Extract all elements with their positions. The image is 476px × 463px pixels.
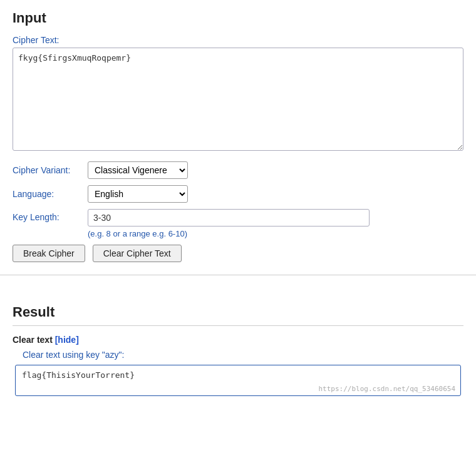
input-title: Input (13, 10, 463, 26)
input-section: Input Cipher Text: Cipher Variant: Class… (0, 0, 476, 275)
cipher-variant-row: Cipher Variant: Classical Vigenere Beauf… (13, 161, 463, 179)
cipher-text-input[interactable] (13, 48, 463, 151)
key-length-input[interactable] (88, 209, 370, 226)
result-title: Result (13, 304, 463, 320)
key-length-label: Key Length: (13, 209, 88, 222)
clear-text-label: Clear text (13, 335, 53, 345)
break-cipher-button[interactable]: Break Cipher (13, 245, 85, 262)
result-section: Result Clear text [hide] Clear text usin… (0, 294, 476, 409)
clear-cipher-button[interactable]: Clear Cipher Text (93, 245, 182, 262)
result-text-box: flag{ThisisYourTorrent} https://blog.csd… (15, 365, 461, 396)
cipher-variant-label: Cipher Variant: (13, 165, 88, 175)
clear-text-key-info: Clear text using key "azy": (23, 350, 463, 360)
hide-link[interactable]: [hide] (55, 335, 79, 345)
language-label: Language: (13, 189, 88, 199)
key-length-hint: (e.g. 8 or a range e.g. 6-10) (88, 229, 370, 238)
clear-text-header: Clear text [hide] (13, 335, 463, 345)
cipher-variant-select[interactable]: Classical Vigenere Beaufort Variant Beau… (88, 161, 188, 179)
language-row: Language: English German French Spanish (13, 185, 463, 203)
key-length-row: Key Length: (e.g. 8 or a range e.g. 6-10… (13, 209, 463, 238)
result-text-value: flag{ThisisYourTorrent} (22, 370, 135, 380)
key-length-input-wrap: (e.g. 8 or a range e.g. 6-10) (88, 209, 370, 238)
language-select[interactable]: English German French Spanish (88, 185, 188, 203)
action-button-row: Break Cipher Clear Cipher Text (13, 245, 463, 262)
watermark: https://blog.csdn.net/qq_53460654 (318, 385, 455, 393)
cipher-text-label: Cipher Text: (13, 35, 59, 45)
spacer (0, 275, 476, 294)
result-divider (13, 325, 463, 326)
